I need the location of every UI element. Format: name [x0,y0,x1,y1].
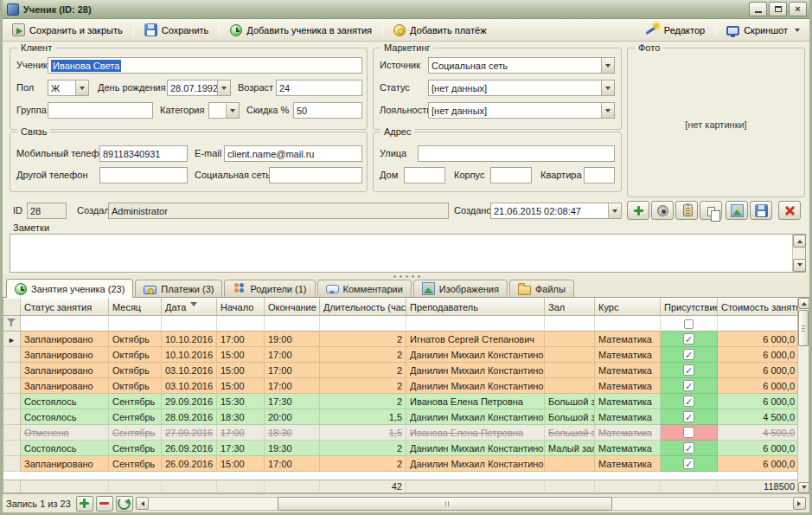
cell-teacher[interactable]: Данилин Михаил Константинович [406,378,545,394]
social-network-input[interactable] [269,167,362,183]
column-header[interactable]: Месяц [109,298,162,316]
add-student-to-lessons-button[interactable]: Добавить ученика в занятия [224,21,378,39]
screenshot-button[interactable]: Скриншот [720,21,806,39]
attendance-checkbox[interactable] [683,427,694,438]
filter-cell[interactable] [661,316,718,332]
cell-status[interactable]: Запланировано [21,363,109,378]
cell-month[interactable]: Октябрь [109,332,162,347]
cell-attendance[interactable]: ✓ [661,347,718,363]
table-row[interactable]: ЗапланированоОктябрь03.10.201615:0017:00… [3,363,797,378]
cell-cost[interactable]: 6 000,0 [718,378,797,394]
column-header[interactable]: Дата [162,298,217,316]
cell-duration[interactable]: 2 [320,332,406,347]
attendance-checkbox[interactable]: ✓ [683,442,694,454]
cell-hall[interactable]: Большой зал [545,409,595,425]
cell-end[interactable]: 17:00 [265,456,320,472]
cell-date[interactable]: 26.09.2016 [162,441,217,456]
cell-attendance[interactable]: ✓ [661,409,718,425]
vertical-scrollbar[interactable] [797,298,809,493]
cell-cost[interactable]: 6 000,0 [718,456,797,472]
cell-start[interactable]: 15:00 [217,347,265,363]
cell-status[interactable]: Запланировано [21,347,109,363]
save-and-close-button[interactable]: Сохранить и закрыть [6,21,129,39]
notes-scroll-up-icon[interactable] [793,235,806,248]
filter-row[interactable] [3,316,797,332]
cell-status[interactable]: Запланировано [21,378,109,394]
cell-date[interactable]: 26.09.2016 [162,456,217,472]
column-header[interactable]: Начало [217,298,265,316]
age-input[interactable] [276,80,362,96]
filter-cell[interactable] [545,316,595,332]
cell-teacher[interactable]: Данилин Михаил Константинович [406,456,545,472]
cell-start[interactable]: 15:30 [217,394,265,409]
table-row[interactable]: СостоялосьСентябрь26.09.201617:3019:302Д… [3,441,797,456]
cell-hall[interactable] [545,456,595,472]
cell-cost[interactable]: 4 500,0 [718,425,797,441]
cell-teacher[interactable]: Иванова Елена Петровна [406,425,545,441]
delete-photo-button[interactable] [778,201,801,220]
scroll-up-icon[interactable] [798,298,809,309]
cell-status[interactable]: Состоялось [21,394,109,409]
cell-end[interactable]: 17:00 [265,363,320,378]
vscroll-thumb[interactable] [798,310,809,346]
filter-cell[interactable] [406,316,545,332]
cell-teacher[interactable]: Данилин Михаил Константинович [406,363,545,378]
cell-start[interactable]: 18:30 [217,409,265,425]
cell-start[interactable]: 17:00 [217,332,265,347]
cell-status[interactable]: Запланировано [21,332,109,347]
table-row[interactable]: ►ЗапланированоОктябрь10.10.201617:0019:0… [3,332,797,347]
column-header[interactable]: Статус занятия [21,298,109,316]
cell-start[interactable]: 15:00 [217,456,265,472]
filter-cell[interactable] [595,316,661,332]
cell-date[interactable]: 03.10.2016 [162,378,217,394]
add-record-button[interactable] [76,496,93,512]
cell-course[interactable]: Математика [595,378,661,394]
cell-duration[interactable]: 2 [320,456,406,472]
cell-attendance[interactable]: ✓ [661,363,718,378]
attendance-checkbox[interactable]: ✓ [683,411,694,422]
cell-duration[interactable]: 1,5 [320,425,406,441]
delete-record-button[interactable] [96,496,113,512]
cell-end[interactable]: 19:00 [265,332,320,347]
cell-attendance[interactable]: ✓ [661,332,718,347]
cell-course[interactable]: Математика [595,347,661,363]
table-row[interactable]: ЗапланированоОктябрь10.10.201615:0017:00… [3,347,797,363]
column-header[interactable]: Преподаватель [406,298,545,316]
cell-status[interactable]: Состоялось [21,441,109,456]
attendance-checkbox[interactable]: ✓ [683,458,694,469]
hscroll-track[interactable] [149,497,793,511]
copy-photo-button[interactable] [700,201,722,220]
student-name-input[interactable]: Иванова Света [48,57,362,74]
cell-teacher[interactable]: Иванова Елена Петровна [406,394,545,409]
column-header[interactable]: Курс [595,298,661,316]
paste-photo-button[interactable] [675,201,698,220]
created-dropdown-icon[interactable] [608,203,621,218]
editor-button[interactable]: Редактор [641,21,711,39]
cell-hall[interactable] [545,363,595,378]
cell-course[interactable]: Математика [595,363,661,378]
notes-scrollbar[interactable] [792,235,805,272]
cell-course[interactable]: Математика [595,409,661,425]
close-button[interactable]: × [789,2,807,16]
table-row[interactable]: СостоялосьСентябрь29.09.201615:3017:302И… [3,394,797,409]
cell-attendance[interactable]: ✓ [661,456,718,472]
cell-duration[interactable]: 2 [320,394,406,409]
cell-hall[interactable] [545,332,595,347]
cell-teacher[interactable]: Игнатов Сергей Степанович [406,332,545,347]
cell-course[interactable]: Математика [595,456,661,472]
cell-hall[interactable]: Большой зал [545,394,595,409]
cell-cost[interactable]: 6 000,0 [718,332,797,347]
group-input[interactable] [48,102,153,119]
cell-date[interactable]: 28.09.2016 [162,409,217,425]
cell-start[interactable]: 15:00 [217,378,265,394]
hscroll-thumb[interactable] [278,497,612,511]
cell-end[interactable]: 20:00 [265,409,320,425]
cell-month[interactable]: Сентябрь [109,425,162,441]
filter-cell[interactable] [217,316,265,332]
filter-cell[interactable] [109,316,162,332]
cell-hall[interactable]: Малый зал [545,441,595,456]
cell-hall[interactable] [545,347,595,363]
tab-comments[interactable]: Комментарии [317,280,412,297]
attendance-checkbox[interactable]: ✓ [683,349,694,360]
cell-status[interactable]: Состоялось [21,409,109,425]
